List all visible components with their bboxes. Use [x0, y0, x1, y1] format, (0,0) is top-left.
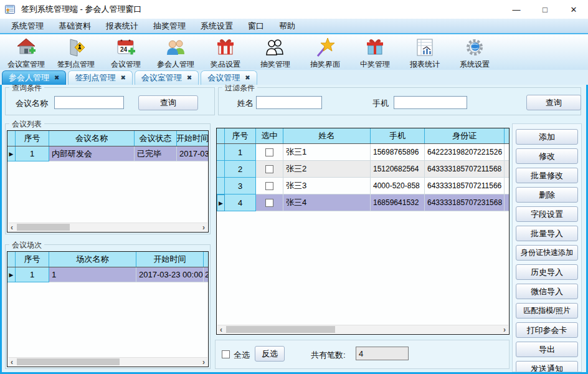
- people-icon: [164, 36, 187, 59]
- row-checkbox[interactable]: [265, 199, 273, 207]
- batch-edit-button[interactable]: 批量修改: [516, 168, 578, 183]
- toolbar-label: 中奖管理: [360, 59, 390, 70]
- add-button[interactable]: 添加: [516, 129, 578, 145]
- print-attendee-card-button[interactable]: 打印参会卡: [516, 322, 578, 338]
- phone-label: 手机: [372, 98, 389, 109]
- column-header[interactable]: 开始时间: [177, 131, 208, 146]
- column-header[interactable]: 身份证: [425, 128, 505, 143]
- column-header[interactable]: 序号: [16, 131, 49, 146]
- scroll-thumb[interactable]: [17, 358, 120, 365]
- minimize-button[interactable]: —: [502, 0, 531, 19]
- horizontal-scrollbar[interactable]: ‹ ›: [8, 357, 207, 366]
- maximize-button[interactable]: □: [531, 0, 559, 19]
- cell-selected[interactable]: [256, 194, 283, 211]
- table-row-selected[interactable]: ▶ 4 张三4 16859641532 643333185707231568: [217, 194, 509, 211]
- tab-meeting-mgmt[interactable]: 会议管理 ✖: [201, 70, 257, 85]
- menu-window[interactable]: 窗口: [240, 21, 272, 32]
- table-row[interactable]: 3 张三3 4000-520-858 643333185707211566: [217, 178, 509, 194]
- tab-attendee-mgmt[interactable]: 参会人管理 ✖: [2, 70, 66, 85]
- cell-meeting-status: 已完毕: [135, 146, 177, 161]
- scroll-left-icon[interactable]: ‹: [8, 223, 16, 231]
- column-header[interactable]: 序号: [225, 128, 256, 143]
- toolbar-prize-settings[interactable]: 奖品设置: [201, 34, 250, 70]
- id-card-quick-add-button[interactable]: 身份证快速添加: [516, 245, 578, 261]
- row-checkbox[interactable]: [265, 148, 273, 156]
- toolbar-meeting-mgmt[interactable]: 24 会议管理: [101, 34, 151, 70]
- horizontal-scrollbar[interactable]: ‹ ›: [8, 223, 207, 231]
- edit-button[interactable]: 修改: [516, 148, 578, 164]
- scroll-left-icon[interactable]: ‹: [217, 325, 225, 333]
- toolbar-report-stats[interactable]: 报表统计: [400, 34, 450, 70]
- filter-search-button[interactable]: 查询: [526, 95, 581, 110]
- horizontal-scrollbar[interactable]: ‹ ›: [217, 325, 508, 333]
- scroll-left-icon[interactable]: ‹: [8, 358, 16, 366]
- select-all-checkbox[interactable]: [222, 350, 230, 358]
- toolbar-attendee-mgmt[interactable]: 参会人管理: [151, 34, 201, 70]
- close-button[interactable]: ✕: [559, 0, 588, 19]
- group-title: 会议列表: [9, 119, 44, 130]
- column-header[interactable]: 场次名称: [49, 252, 136, 267]
- toolbar-lottery-mgmt[interactable]: 抽奖管理: [250, 34, 300, 70]
- cell-selected[interactable]: [256, 144, 283, 161]
- cell-extra: 2: [204, 267, 208, 282]
- close-icon[interactable]: ✖: [187, 75, 192, 81]
- tab-checkin-point-mgmt[interactable]: 签到点管理 ✖: [68, 70, 132, 85]
- total-count-value: 4: [356, 347, 409, 360]
- column-header[interactable]: 开始时间: [136, 252, 204, 267]
- close-icon[interactable]: ✖: [120, 75, 125, 81]
- scroll-thumb[interactable]: [17, 224, 70, 231]
- name-label: 姓名: [237, 98, 254, 109]
- scroll-right-icon[interactable]: ›: [501, 325, 508, 333]
- delete-button[interactable]: 删除: [516, 187, 578, 203]
- meeting-name-label: 会议名称: [16, 98, 48, 109]
- close-icon[interactable]: ✖: [245, 75, 250, 81]
- group-title: 过滤条件: [222, 85, 257, 94]
- column-header[interactable]: 会议状态: [135, 131, 177, 146]
- field-settings-button[interactable]: 字段设置: [516, 206, 578, 222]
- cell-selected[interactable]: [256, 161, 283, 178]
- scroll-right-icon[interactable]: ›: [200, 223, 207, 231]
- menu-lottery-mgmt[interactable]: 抽奖管理: [146, 21, 193, 32]
- toolbar-lottery-ui[interactable]: 抽奖界面: [300, 34, 350, 70]
- query-search-button[interactable]: 查询: [138, 95, 198, 110]
- toolbar-system-settings[interactable]: 系统设置: [450, 34, 500, 70]
- column-header[interactable]: 手机: [371, 128, 425, 143]
- menu-report-stats[interactable]: 报表统计: [98, 21, 146, 32]
- window-controls: — □ ✕: [502, 0, 588, 19]
- row-checkbox[interactable]: [265, 182, 273, 190]
- menu-basic-data[interactable]: 基础资料: [51, 21, 98, 32]
- history-import-button[interactable]: 历史导入: [516, 264, 578, 280]
- column-header[interactable]: 选中: [256, 128, 283, 143]
- menu-system-mgmt[interactable]: 系统管理: [4, 21, 51, 32]
- tab-meeting-room-mgmt[interactable]: 会议室管理 ✖: [135, 70, 199, 85]
- export-button[interactable]: 导出: [516, 342, 578, 357]
- toolbar-meeting-room[interactable]: 会议室管理: [1, 34, 51, 70]
- menu-help[interactable]: 帮助: [272, 21, 303, 32]
- row-checkbox[interactable]: [265, 165, 273, 173]
- menu-system-settings[interactable]: 系统设置: [193, 21, 240, 32]
- batch-import-button[interactable]: 批量导入: [516, 226, 578, 241]
- toolbar-winner-mgmt[interactable]: 中奖管理: [350, 34, 400, 70]
- cell-index: 1: [16, 267, 49, 282]
- scroll-thumb[interactable]: [226, 326, 335, 333]
- column-header[interactable]: 会议名称: [49, 131, 135, 146]
- meeting-name-input[interactable]: [54, 96, 124, 109]
- phone-input[interactable]: [394, 96, 467, 109]
- close-icon[interactable]: ✖: [54, 75, 59, 81]
- scroll-right-icon[interactable]: ›: [200, 358, 207, 366]
- match-fingerprint-photo-button[interactable]: 匹配指模/照片: [516, 303, 578, 319]
- table-row[interactable]: 1 张三1 15698765896 642223198207221526: [217, 144, 509, 161]
- column-header[interactable]: 序号: [16, 252, 49, 267]
- table-row[interactable]: 2 张三2 15120682564 643333185707211568: [217, 161, 509, 178]
- row-indicator-header: [7, 131, 16, 146]
- column-header[interactable]: 姓名: [283, 128, 371, 143]
- cell-index: 4: [225, 194, 256, 211]
- send-notification-button[interactable]: 发送通知: [516, 361, 578, 372]
- name-input[interactable]: [256, 96, 322, 109]
- table-row[interactable]: ▶ 1 内部研发会 已完毕 2017-03-2: [7, 146, 208, 161]
- cell-selected[interactable]: [256, 178, 283, 194]
- invert-selection-button[interactable]: 反选: [255, 346, 285, 362]
- table-row[interactable]: ▶ 1 1 2017-03-23 00:00 2: [7, 267, 208, 282]
- wechat-import-button[interactable]: 微信导入: [516, 284, 578, 299]
- toolbar-checkin-point[interactable]: 签到点管理: [51, 34, 101, 70]
